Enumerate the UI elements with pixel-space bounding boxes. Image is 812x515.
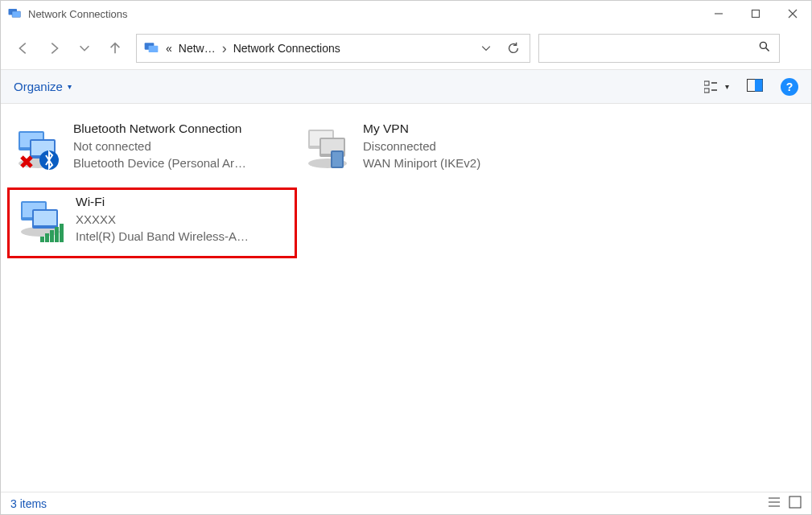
svg-rect-35: [45, 233, 49, 242]
window: Network Connections « Netw… › Network Co…: [0, 0, 812, 515]
svg-rect-38: [60, 224, 64, 242]
close-button[interactable]: [774, 1, 811, 27]
connection-device: Bluetooth Device (Personal Ar…: [73, 156, 291, 170]
connection-name: My VPN: [363, 122, 580, 136]
breadcrumb-part[interactable]: Netw…: [179, 42, 216, 55]
window-title: Network Connections: [28, 8, 700, 20]
forward-button[interactable]: [46, 40, 62, 56]
maximize-button[interactable]: [737, 1, 774, 27]
toolbar-right: ▾ ?: [704, 78, 798, 96]
svg-point-8: [760, 42, 766, 48]
nav-arrows: [15, 40, 123, 56]
svg-rect-3: [752, 10, 760, 18]
svg-rect-7: [149, 45, 159, 52]
large-icons-view-button[interactable]: [789, 496, 802, 511]
connection-icon: [303, 123, 352, 171]
navigation-bar: « Netw… › Network Connections: [1, 27, 811, 70]
svg-rect-42: [789, 496, 801, 508]
svg-rect-1: [12, 11, 21, 18]
search-icon: [758, 40, 771, 56]
svg-rect-36: [50, 230, 54, 242]
organize-menu[interactable]: Organize ▾: [14, 80, 72, 93]
back-button[interactable]: [15, 40, 31, 56]
connection-icon: [14, 123, 62, 171]
refresh-button[interactable]: [504, 41, 523, 56]
titlebar: Network Connections: [1, 1, 811, 27]
caret-down-icon: ▾: [68, 82, 72, 91]
status-view-buttons: [768, 496, 802, 511]
svg-rect-28: [332, 152, 342, 167]
connection-item[interactable]: My VPNDisconnectedWAN Miniport (IKEv2): [297, 117, 587, 187]
minimize-button[interactable]: [700, 1, 737, 27]
svg-rect-10: [704, 81, 709, 85]
connection-name: Bluetooth Network Connection: [73, 122, 291, 136]
help-button[interactable]: ?: [781, 78, 798, 96]
connection-text: Bluetooth Network ConnectionNot connecte…: [73, 120, 291, 170]
location-icon: [143, 40, 159, 56]
content-area: Bluetooth Network ConnectionNot connecte…: [1, 104, 811, 492]
connection-icon: [16, 196, 64, 245]
address-bar[interactable]: « Netw… › Network Connections: [136, 34, 530, 63]
connection-status: Not connected: [73, 139, 291, 153]
address-dropdown[interactable]: [478, 42, 494, 55]
connection-text: Wi-FiXXXXXIntel(R) Dual Band Wireless-A…: [76, 193, 288, 243]
organize-label: Organize: [14, 80, 63, 93]
svg-rect-12: [704, 89, 709, 93]
toolbar: Organize ▾ ▾ ?: [1, 70, 811, 104]
connection-status: Disconnected: [363, 139, 580, 153]
connection-status: XXXXX: [76, 212, 288, 226]
breadcrumb-prefix: «: [166, 42, 172, 55]
caret-down-icon: ▾: [725, 82, 729, 91]
chevron-right-icon: ›: [222, 41, 227, 56]
svg-rect-37: [55, 227, 59, 242]
connection-text: My VPNDisconnectedWAN Miniport (IKEv2): [363, 120, 580, 170]
status-bar: 3 items: [1, 492, 811, 514]
preview-pane-button[interactable]: [747, 79, 763, 94]
connection-item[interactable]: Bluetooth Network ConnectionNot connecte…: [7, 117, 297, 187]
recent-button[interactable]: [76, 40, 93, 56]
search-input[interactable]: [538, 34, 780, 63]
window-controls: [700, 1, 811, 27]
up-button[interactable]: [107, 40, 123, 56]
details-view-button[interactable]: [768, 496, 781, 511]
svg-line-9: [766, 48, 769, 52]
connection-item[interactable]: Wi-FiXXXXXIntel(R) Dual Band Wireless-A…: [7, 187, 297, 258]
status-text: 3 items: [10, 497, 47, 510]
app-icon: [7, 6, 22, 21]
svg-rect-34: [40, 237, 44, 242]
breadcrumb-part[interactable]: Network Connections: [233, 42, 340, 55]
view-options-button[interactable]: ▾: [704, 80, 729, 93]
connection-name: Wi-Fi: [76, 195, 288, 209]
connection-device: WAN Miniport (IKEv2): [363, 156, 580, 170]
svg-rect-33: [34, 211, 56, 225]
connection-device: Intel(R) Dual Band Wireless-A…: [76, 229, 288, 243]
svg-rect-15: [755, 80, 763, 92]
breadcrumb[interactable]: « Netw… › Network Connections: [166, 41, 472, 56]
